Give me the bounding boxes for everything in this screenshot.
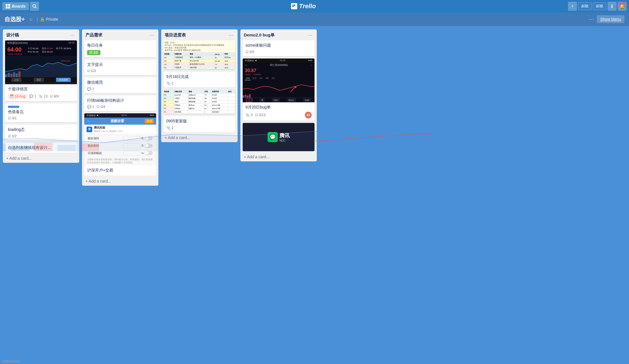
- clock-icon: ⏰: [10, 94, 14, 98]
- list-2-title: 产品需求: [85, 32, 102, 38]
- list-4: Demo2.0 bug单 ··· some体验问题 ☑ 0/5 中国移动 ◀ 2…: [240, 29, 317, 161]
- board-header-right: ··· Show Menu: [589, 15, 624, 23]
- lock-icon: 🔒: [40, 17, 45, 21]
- svg-rect-18: [245, 95, 247, 97]
- card-color-memo[interactable]: 色值备忘 ☑ 0/1: [5, 103, 77, 123]
- user-name-1: 郝晓: [581, 4, 589, 8]
- card-text-hint-body: 文字提示 ☑ 0/3: [84, 60, 156, 75]
- svg-rect-0: [6, 4, 8, 6]
- card-tencent-ndc[interactable]: 💬 腾讯 NDC 4.07 -0.52 -14.25%: [243, 123, 314, 151]
- card-label-blue: [8, 106, 19, 108]
- svg-rect-19: [247, 96, 249, 97]
- card-meta-ux-issues: ☑ 0/5: [245, 50, 312, 54]
- svg-rect-9: [8, 73, 10, 77]
- search-icon: [32, 4, 37, 8]
- list-4-menu[interactable]: ···: [307, 32, 313, 38]
- show-menu-label: Show Menu: [600, 17, 621, 21]
- svg-rect-13: [18, 72, 21, 77]
- board-header: 自选股+ ☆ | 🔒 Private ··· Show Menu: [0, 12, 629, 26]
- card-spreadsheet-1[interactable]: 变更（5.12）： 本Push→开发者推送 演示是直到日期与同期数据推动了5行调…: [163, 40, 235, 70]
- card-bug-sep20[interactable]: 中国移动 ◀ 22:20 ●●● ＜ 同仁堂(600085) ··· 30.87…: [243, 58, 314, 121]
- spreadsheet-container-2: 优先级 功能/目录 描述 开发 结束时间 备注 P0pushiOS仅刷pushY…: [163, 90, 235, 114]
- card-stock-detail[interactable]: 科恒股份(300340) 18:32 64.00 +0.02 +0.20%: [5, 40, 77, 101]
- note-text: 变更（5.12）： 本Push→开发者推送 演示是直到日期与同期数据推动了5行调…: [163, 40, 235, 52]
- user-button-2[interactable]: 郝晓: [593, 2, 606, 10]
- list-1-add-card[interactable]: + Add a card...: [3, 154, 79, 163]
- badge-green-checklist: ☑ 2/2: [87, 50, 100, 55]
- svg-rect-11: [13, 72, 15, 77]
- card-wechat-spec[interactable]: 微信规范 💬 1: [84, 77, 156, 93]
- card-ux-issues-body: some体验问题 ☑ 0/5: [243, 40, 314, 56]
- card-meta-bug-sep20: 📎 3 ☑ 0/13 XZ: [245, 112, 312, 118]
- card-ux-issues[interactable]: some体验问题 ☑ 0/5: [243, 40, 314, 56]
- star-button[interactable]: ☆: [27, 16, 35, 23]
- badge-overdue: ⏰ 16 Aug: [8, 94, 27, 99]
- badge-checklist-ux: ☑ 0/5: [245, 50, 254, 54]
- list-2-header: 产品需求 ···: [82, 29, 158, 40]
- card-sep16-body: 9月16日完成 📎 2: [163, 72, 235, 88]
- dark-stock-image: 中国移动 ◀ 22:20 ●●● ＜ 同仁堂(600085) ··· 30.87…: [243, 58, 314, 102]
- card-meta-color-memo: ☑ 0/1: [8, 116, 74, 120]
- svg-rect-10: [10, 74, 13, 77]
- list-2: 产品需求 ··· 每日任务 ☑ 2/2 文字提示 ☑ 0/3: [82, 29, 158, 186]
- badge-checklist-color: ☑ 0/1: [8, 116, 17, 120]
- list-1-title: 设计稿: [6, 32, 19, 38]
- list-2-cards: 每日任务 ☑ 2/2 文字提示 ☑ 0/3 微信规范: [82, 40, 158, 176]
- privacy-label: Private: [46, 17, 58, 21]
- card-title-color-memo: 色值备忘: [8, 109, 74, 115]
- card-market-tab[interactable]: 行情tab板块结构设计 💬 1 ☑ 0/4: [84, 96, 156, 111]
- badge-comment-wechat: 💬 1: [87, 87, 94, 91]
- card-daily-task-body: 每日任务 ☑ 2/2: [84, 40, 156, 57]
- card-spreadsheet-2[interactable]: 优先级 功能/目录 描述 开发 结束时间 备注 P0pushiOS仅刷pushY…: [163, 90, 235, 114]
- card-title-stock-detail: 个股详情页: [8, 86, 74, 92]
- top-navigation: Boards Trello + 郝晓 郝晓 ℹ: [0, 0, 629, 12]
- badge-attach-sep16: 📎 2: [166, 81, 173, 85]
- avatar-xz: XZ: [305, 112, 312, 118]
- card-trading-body: 沪深开户+交易: [84, 165, 156, 176]
- list-3-menu[interactable]: ···: [228, 32, 234, 38]
- badge-checklist-bug: ☑ 0/13: [255, 113, 266, 117]
- card-body: 个股详情页 ⏰ 16 Aug 💬 1 📎 13 ☑ 8/9: [5, 84, 77, 101]
- card-title-sep16: 9月16日完成: [166, 74, 232, 80]
- list-1-menu[interactable]: ···: [69, 32, 76, 38]
- card-bug-sep20-body: 9月20日bug单 📎 3 ☑ 0/13 XZ: [243, 102, 314, 121]
- trello-logo-icon: [291, 3, 297, 9]
- tencent-image: 💬 腾讯 NDC 4.07 -0.52 -14.25%: [243, 123, 314, 151]
- card-color-memo-body: 色值备忘 ☑ 0/1: [5, 103, 77, 123]
- badge-checklist: ☑ 8/9: [50, 94, 59, 98]
- list-3-header: 项目进度表 ···: [161, 29, 238, 40]
- user-button-1[interactable]: 郝晓: [578, 2, 592, 10]
- user-name-2: 郝晓: [596, 4, 603, 8]
- badge-attach: 📎 13: [38, 94, 48, 98]
- card-daily-task[interactable]: 每日任务 ☑ 2/2: [84, 40, 156, 57]
- trello-logo-svg: [292, 4, 296, 8]
- nav-center: Trello: [40, 3, 567, 10]
- list-3-cards: 变更（5.12）： 本Push→开发者推送 演示是直到日期与同期数据推动了5行调…: [161, 40, 238, 132]
- phone-disclaimer: 当股价价格变更到设定时，同时提示公告、研究报告、请注意该股价设定是基于实时系统，…: [84, 157, 156, 165]
- list-4-add-card[interactable]: + Add a card...: [240, 152, 317, 161]
- boards-button[interactable]: Boards: [2, 2, 29, 10]
- badge-comment: 💬 1: [29, 94, 36, 98]
- search-button[interactable]: [30, 2, 39, 11]
- card-meta-sep16: 📎 2: [166, 81, 232, 85]
- board-body: 设计稿 ··· 科恒股份(300340) 18:32 64.00 +: [0, 26, 629, 364]
- list-4-header: Demo2.0 bug单 ···: [240, 29, 317, 40]
- svg-rect-17: [243, 95, 244, 97]
- add-button[interactable]: +: [568, 2, 577, 11]
- boards-label: Boards: [12, 4, 25, 8]
- phone-status-bar: 中国移动 ◀10:11●●●: [84, 113, 156, 118]
- card-meta-daily-task: ☑ 2/2: [87, 50, 153, 55]
- show-menu-button[interactable]: Show Menu: [597, 15, 624, 23]
- card-meta-stock-detail: ⏰ 16 Aug 💬 1 📎 13 ☑ 8/9: [8, 94, 74, 99]
- divider-1: |: [37, 17, 38, 21]
- card-title-text-hint: 文字提示: [87, 62, 153, 68]
- card-title-wechat-spec: 微信规范: [87, 80, 153, 85]
- card-title-ux-issues: some体验问题: [245, 43, 312, 48]
- card-wechat-spec-body: 微信规范 💬 1: [84, 77, 156, 93]
- card-sep16[interactable]: 9月16日完成 📎 2: [163, 72, 235, 88]
- list-2-menu[interactable]: ···: [148, 32, 155, 38]
- card-market-tab-body: 行情tab板块结构设计 💬 1 ☑ 0/4: [84, 96, 156, 111]
- list-2-add-card[interactable]: + Add a card...: [82, 177, 158, 186]
- header-dots[interactable]: ···: [589, 16, 594, 22]
- card-text-hint[interactable]: 文字提示 ☑ 0/3: [84, 60, 156, 75]
